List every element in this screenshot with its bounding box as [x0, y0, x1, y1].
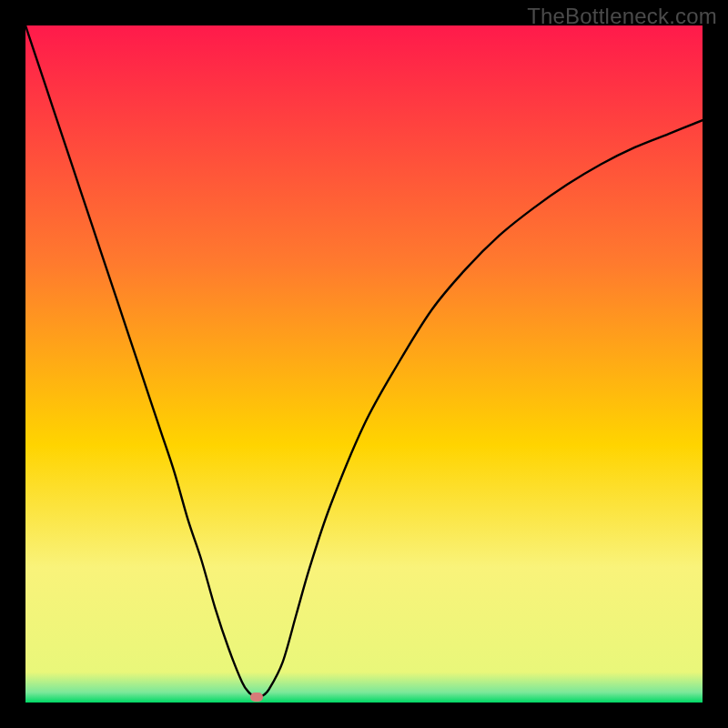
- plot-area: [25, 25, 703, 703]
- chart-frame: TheBottleneck.com: [0, 0, 728, 728]
- optimal-point-marker: [250, 693, 263, 702]
- plot-svg: [25, 25, 703, 703]
- gradient-background: [25, 25, 703, 703]
